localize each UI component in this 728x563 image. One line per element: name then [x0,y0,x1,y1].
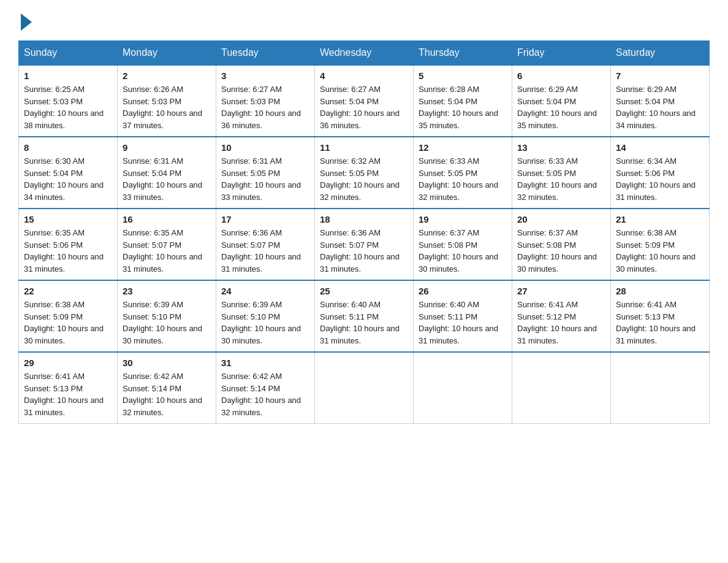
day-number: 20 [517,214,605,224]
calendar-cell: 7 Sunrise: 6:29 AMSunset: 5:04 PMDayligh… [611,65,710,137]
day-info: Sunrise: 6:35 AMSunset: 5:07 PMDaylight:… [123,228,202,274]
calendar-cell: 16 Sunrise: 6:35 AMSunset: 5:07 PMDaylig… [118,209,216,280]
col-header-monday: Monday [118,41,216,66]
day-info: Sunrise: 6:34 AMSunset: 5:06 PMDaylight:… [616,156,696,202]
day-number: 2 [123,71,211,81]
day-info: Sunrise: 6:30 AMSunset: 5:04 PMDaylight:… [24,156,104,202]
calendar-cell [315,352,414,424]
calendar-header-row: SundayMondayTuesdayWednesdayThursdayFrid… [19,41,710,66]
day-number: 24 [221,286,309,296]
day-number: 22 [24,286,112,296]
calendar-cell: 13 Sunrise: 6:33 AMSunset: 5:05 PMDaylig… [512,137,611,209]
calendar-cell: 22 Sunrise: 6:38 AMSunset: 5:09 PMDaylig… [19,280,118,352]
day-info: Sunrise: 6:40 AMSunset: 5:11 PMDaylight:… [320,300,400,345]
day-info: Sunrise: 6:36 AMSunset: 5:07 PMDaylight:… [320,228,400,274]
day-info: Sunrise: 6:37 AMSunset: 5:08 PMDaylight:… [517,228,597,274]
week-row-4: 22 Sunrise: 6:38 AMSunset: 5:09 PMDaylig… [19,280,710,352]
day-info: Sunrise: 6:41 AMSunset: 5:13 PMDaylight:… [24,372,104,417]
day-number: 10 [221,142,309,153]
calendar-cell: 11 Sunrise: 6:32 AMSunset: 5:05 PMDaylig… [315,137,414,209]
day-info: Sunrise: 6:35 AMSunset: 5:06 PMDaylight:… [24,228,104,274]
day-number: 31 [221,358,309,368]
day-info: Sunrise: 6:42 AMSunset: 5:14 PMDaylight:… [123,372,202,417]
logo-arrow-icon [21,13,32,31]
day-info: Sunrise: 6:41 AMSunset: 5:13 PMDaylight:… [616,300,696,345]
col-header-friday: Friday [512,41,611,66]
day-info: Sunrise: 6:41 AMSunset: 5:12 PMDaylight:… [517,300,597,345]
calendar-cell: 6 Sunrise: 6:29 AMSunset: 5:04 PMDayligh… [512,65,611,137]
day-info: Sunrise: 6:42 AMSunset: 5:14 PMDaylight:… [221,372,301,417]
calendar-cell: 8 Sunrise: 6:30 AMSunset: 5:04 PMDayligh… [19,137,118,209]
calendar-cell: 28 Sunrise: 6:41 AMSunset: 5:13 PMDaylig… [611,280,710,352]
day-info: Sunrise: 6:33 AMSunset: 5:05 PMDaylight:… [419,156,498,202]
col-header-thursday: Thursday [414,41,512,66]
day-number: 30 [123,358,211,368]
col-header-tuesday: Tuesday [216,41,315,66]
calendar-cell: 27 Sunrise: 6:41 AMSunset: 5:12 PMDaylig… [512,280,611,352]
week-row-5: 29 Sunrise: 6:41 AMSunset: 5:13 PMDaylig… [19,352,710,424]
day-info: Sunrise: 6:25 AMSunset: 5:03 PMDaylight:… [24,85,104,130]
calendar-cell: 30 Sunrise: 6:42 AMSunset: 5:14 PMDaylig… [118,352,216,424]
calendar-cell: 21 Sunrise: 6:38 AMSunset: 5:09 PMDaylig… [611,209,710,280]
day-info: Sunrise: 6:38 AMSunset: 5:09 PMDaylight:… [616,228,696,274]
day-number: 25 [320,286,408,296]
calendar-cell: 25 Sunrise: 6:40 AMSunset: 5:11 PMDaylig… [315,280,414,352]
calendar-cell: 1 Sunrise: 6:25 AMSunset: 5:03 PMDayligh… [19,65,118,137]
week-row-1: 1 Sunrise: 6:25 AMSunset: 5:03 PMDayligh… [19,65,710,137]
day-info: Sunrise: 6:39 AMSunset: 5:10 PMDaylight:… [221,300,301,345]
page-header [18,12,710,28]
day-number: 11 [320,142,408,153]
day-info: Sunrise: 6:27 AMSunset: 5:04 PMDaylight:… [320,85,400,130]
week-row-2: 8 Sunrise: 6:30 AMSunset: 5:04 PMDayligh… [19,137,710,209]
day-number: 14 [616,142,704,153]
calendar-cell: 2 Sunrise: 6:26 AMSunset: 5:03 PMDayligh… [118,65,216,137]
calendar-cell [512,352,611,424]
day-number: 21 [616,214,704,224]
calendar-cell: 17 Sunrise: 6:36 AMSunset: 5:07 PMDaylig… [216,209,315,280]
day-number: 9 [123,142,211,153]
calendar-cell: 19 Sunrise: 6:37 AMSunset: 5:08 PMDaylig… [414,209,512,280]
day-number: 12 [419,142,507,153]
day-number: 15 [24,214,112,224]
day-info: Sunrise: 6:36 AMSunset: 5:07 PMDaylight:… [221,228,301,274]
day-info: Sunrise: 6:26 AMSunset: 5:03 PMDaylight:… [123,85,202,130]
calendar-cell: 5 Sunrise: 6:28 AMSunset: 5:04 PMDayligh… [414,65,512,137]
col-header-wednesday: Wednesday [315,41,414,66]
col-header-saturday: Saturday [611,41,710,66]
day-number: 6 [517,71,605,81]
calendar-cell [611,352,710,424]
day-info: Sunrise: 6:38 AMSunset: 5:09 PMDaylight:… [24,300,104,345]
calendar-cell: 18 Sunrise: 6:36 AMSunset: 5:07 PMDaylig… [315,209,414,280]
calendar-cell: 4 Sunrise: 6:27 AMSunset: 5:04 PMDayligh… [315,65,414,137]
day-number: 1 [24,71,112,81]
calendar-cell: 9 Sunrise: 6:31 AMSunset: 5:04 PMDayligh… [118,137,216,209]
calendar-cell: 3 Sunrise: 6:27 AMSunset: 5:03 PMDayligh… [216,65,315,137]
col-header-sunday: Sunday [19,41,118,66]
day-info: Sunrise: 6:33 AMSunset: 5:05 PMDaylight:… [517,156,597,202]
day-info: Sunrise: 6:29 AMSunset: 5:04 PMDaylight:… [616,85,696,130]
calendar-cell: 26 Sunrise: 6:40 AMSunset: 5:11 PMDaylig… [414,280,512,352]
calendar-cell: 24 Sunrise: 6:39 AMSunset: 5:10 PMDaylig… [216,280,315,352]
day-number: 5 [419,71,507,81]
day-info: Sunrise: 6:28 AMSunset: 5:04 PMDaylight:… [419,85,498,130]
day-info: Sunrise: 6:40 AMSunset: 5:11 PMDaylight:… [419,300,498,345]
day-number: 16 [123,214,211,224]
day-number: 27 [517,286,605,296]
calendar-cell: 10 Sunrise: 6:31 AMSunset: 5:05 PMDaylig… [216,137,315,209]
calendar-cell: 14 Sunrise: 6:34 AMSunset: 5:06 PMDaylig… [611,137,710,209]
day-info: Sunrise: 6:39 AMSunset: 5:10 PMDaylight:… [123,300,202,345]
calendar-cell: 31 Sunrise: 6:42 AMSunset: 5:14 PMDaylig… [216,352,315,424]
day-number: 4 [320,71,408,81]
calendar-cell: 12 Sunrise: 6:33 AMSunset: 5:05 PMDaylig… [414,137,512,209]
calendar-cell: 29 Sunrise: 6:41 AMSunset: 5:13 PMDaylig… [19,352,118,424]
day-info: Sunrise: 6:31 AMSunset: 5:04 PMDaylight:… [123,156,202,202]
day-number: 17 [221,214,309,224]
day-number: 28 [616,286,704,296]
logo [18,12,32,28]
day-number: 13 [517,142,605,153]
calendar-cell: 15 Sunrise: 6:35 AMSunset: 5:06 PMDaylig… [19,209,118,280]
day-number: 8 [24,142,112,153]
day-info: Sunrise: 6:37 AMSunset: 5:08 PMDaylight:… [419,228,498,274]
day-info: Sunrise: 6:31 AMSunset: 5:05 PMDaylight:… [221,156,301,202]
calendar-cell: 23 Sunrise: 6:39 AMSunset: 5:10 PMDaylig… [118,280,216,352]
